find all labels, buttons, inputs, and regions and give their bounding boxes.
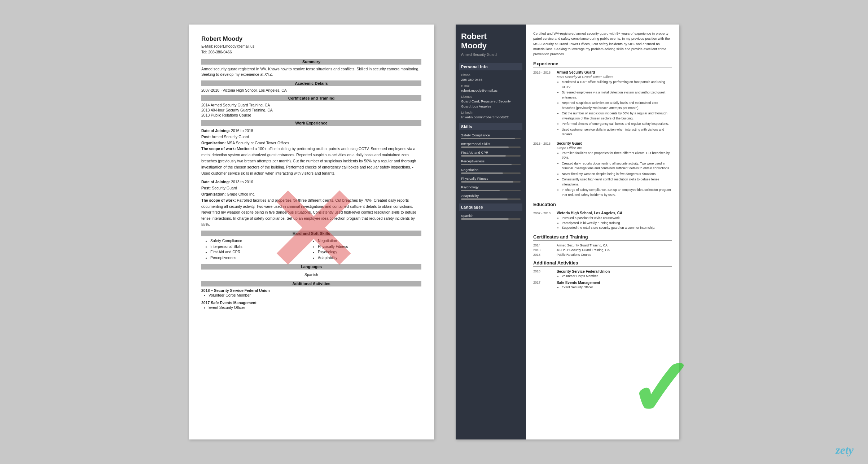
skills-header: Hard and Soft Skills bbox=[201, 231, 421, 236]
school-name: Victoria High School, Los Angeles, CA bbox=[557, 211, 655, 215]
exp-0-title: Armed Security Guard bbox=[557, 70, 672, 74]
left-email: robert.moody@email.us bbox=[214, 44, 255, 48]
edu-0: 2007 - 2010 Victoria High School, Los An… bbox=[533, 211, 672, 231]
email-label: E-Mail: bbox=[201, 44, 213, 48]
skill-0: Safety Compliance bbox=[210, 238, 314, 244]
additional-0: 2018 – Security Service Federal Union Vo… bbox=[201, 288, 421, 298]
summary-header: Summary bbox=[201, 59, 421, 65]
job-0: Date of Joining: 2016 to 2018 Post: Arme… bbox=[201, 128, 421, 176]
skill-3: Perceptiveness bbox=[210, 255, 314, 261]
add-year-0: 2018 bbox=[533, 270, 553, 278]
skill-name-0: Safety Compliance bbox=[461, 133, 521, 137]
cert-year-0: 2014 bbox=[533, 244, 553, 247]
exp-1: 2013 - 2016 Security Guard Grape Office … bbox=[533, 141, 672, 198]
skills-list: Safety Compliance Interpersonal Skills F… bbox=[201, 238, 421, 261]
phone-value: 208-380-0466 bbox=[461, 77, 521, 82]
cert-item-1: 2013 40-Hour Security Guard Training, CA bbox=[201, 108, 421, 112]
edu-0-years: 2007 - 2010 bbox=[533, 211, 553, 231]
skill-bar-bg-3 bbox=[461, 164, 521, 165]
edu-0-bullet-0: Pursued a passion for civics coursework. bbox=[562, 216, 655, 221]
skill-name-7: Adaptability bbox=[461, 194, 521, 198]
cert-name-2: Public Relations Course bbox=[557, 253, 591, 257]
skill-name-4: Negotiation bbox=[461, 168, 521, 172]
education-item: 2007-2010 · Victoria High School, Los An… bbox=[201, 88, 421, 92]
skill-bar-fill-2 bbox=[461, 155, 506, 157]
cert-r-2: 2013Public Relations Course bbox=[533, 253, 672, 257]
linkedin-value: linkedin.com/in/robert.moody22 bbox=[461, 115, 521, 119]
skill-1: Interpersonal Skills bbox=[210, 244, 314, 250]
job-0-post: Post: Armed Security Guard bbox=[201, 134, 421, 140]
add-body-1: Safe Events ManagementEvent Security Off… bbox=[557, 281, 600, 289]
lang-value: Spanish bbox=[461, 214, 521, 218]
skill-bar-bg-2 bbox=[461, 155, 521, 157]
add-bullet-0-0: Volunteer Corps Member bbox=[562, 274, 610, 278]
exp-1-bullet-4: In charge of safety compliance. Set up a… bbox=[562, 188, 672, 197]
left-name: Robert Moody bbox=[201, 35, 421, 43]
skill-bar-bg-4 bbox=[461, 172, 521, 174]
lang-header-r: Languages bbox=[459, 203, 522, 211]
cert-list: 2014 Armed Security Guard Training, CA 2… bbox=[201, 103, 421, 117]
exp-1-bullet-2: Never fired my weapon despite being in f… bbox=[562, 172, 672, 177]
exp-1-title: Security Guard bbox=[557, 141, 672, 145]
exp-0-bullet-4: Performed checks of emergency call boxes… bbox=[562, 122, 672, 127]
skill-bar-fill-1 bbox=[461, 146, 509, 148]
left-tel: 208-380-0466 bbox=[208, 50, 232, 54]
right-name: Robert Moody bbox=[461, 32, 521, 51]
skills-header-r: Skills bbox=[459, 123, 522, 130]
exp-0-bullet-0: Monitored a 100+ office building by perf… bbox=[562, 80, 672, 89]
lang-text: Spanish bbox=[201, 271, 421, 278]
skill-name-6: Psychology bbox=[461, 185, 521, 189]
cert-r-0: 2014Armed Security Guard Training, CA bbox=[533, 244, 672, 247]
exp-0-bullet-2: Reported suspicious activities on a dail… bbox=[562, 101, 672, 110]
zety-watermark: zety bbox=[836, 443, 854, 457]
work-header: Work Experience bbox=[201, 120, 421, 126]
right-resume: Robert Moody Armed Security Guard Person… bbox=[456, 25, 679, 439]
skill-bar-bg-1 bbox=[461, 146, 521, 148]
additional-header: Additional Activities bbox=[201, 281, 421, 286]
skill-name-1: Interpersonal Skills bbox=[461, 142, 521, 146]
exp-1-years: 2013 - 2016 bbox=[533, 141, 553, 198]
exp-0-org: MSA Security at Grand Tower Offices bbox=[557, 75, 672, 79]
edu-0-body: Victoria High School, Los Angeles, CA Pu… bbox=[557, 211, 655, 231]
right-title: Armed Security Guard bbox=[461, 53, 521, 57]
job-1-org: Organization: Grape Office Inc. bbox=[201, 191, 421, 197]
cert-item-0: 2014 Armed Security Guard Training, CA bbox=[201, 103, 421, 107]
edu-0-bullet-1: Participated in bi-weekly running traini… bbox=[562, 221, 655, 226]
job-1-scope: The scope of work: Patrolled facilities … bbox=[201, 197, 421, 228]
lang-header: Languages bbox=[201, 264, 421, 270]
additional-1-item-0: Event Security Officer bbox=[209, 305, 421, 311]
edu-0-bullet-2: Supported the retail store security guar… bbox=[562, 226, 655, 231]
skill-name-5: Physically Fitness bbox=[461, 176, 521, 180]
job-1: Date of Joining: 2013 to 2016 Post: Secu… bbox=[201, 179, 421, 227]
exp-0-years: 2016 - 2018 bbox=[533, 70, 553, 138]
exp-0-bullet-3: Cut the number of suspicious incidents b… bbox=[562, 111, 672, 121]
additional-1: 2017 Safe Events Management Event Securi… bbox=[201, 301, 421, 311]
academic-header: Academic Details bbox=[201, 80, 421, 86]
skills-bars: Safety ComplianceInterpersonal SkillsFir… bbox=[461, 133, 521, 200]
additional-heading-r: Additional Activities bbox=[533, 260, 672, 267]
job-1-post: Post: Security Guard bbox=[201, 185, 421, 191]
summary-right: Certified and WV-registered armed securi… bbox=[533, 31, 672, 57]
skill-name-2: First Aid and CPR bbox=[461, 150, 521, 154]
cert-year-1: 2013 bbox=[533, 248, 553, 252]
job-0-org: Organization: MSA Security at Grand Towe… bbox=[201, 140, 421, 146]
skill-4: Negotiation bbox=[318, 238, 421, 244]
main-content: Certified and WV-registered armed securi… bbox=[526, 25, 679, 439]
cert-name-1: 40-Hour Security Guard Training, CA bbox=[557, 248, 610, 252]
phone-label: Phone bbox=[461, 73, 521, 77]
exp-0-bullet-1: Screened employees via a metal detection… bbox=[562, 90, 672, 100]
additional-0-org: 2018 – Security Service Federal Union bbox=[201, 288, 421, 293]
summary-text: Armed security guard registered in WV. K… bbox=[201, 66, 421, 78]
cert-heading-r: Certificates and Training bbox=[533, 234, 672, 241]
skill-bar-fill-4 bbox=[461, 172, 503, 174]
email-label-r: E-mail bbox=[461, 84, 521, 88]
tel-label: Tel: bbox=[201, 50, 207, 54]
skill-bar-bg-0 bbox=[461, 138, 521, 139]
add-r-0: 2018Security Service Federal UnionVolunt… bbox=[533, 270, 672, 278]
personal-info-header: Personal Info bbox=[459, 63, 522, 70]
exp-0-bullet-5: Used customer service skills in action w… bbox=[562, 127, 672, 137]
job-0-scope: The scope of work: Monitored a 100+ offi… bbox=[201, 146, 421, 176]
additional-list-r: 2018Security Service Federal UnionVolunt… bbox=[533, 270, 672, 289]
add-year-1: 2017 bbox=[533, 281, 553, 289]
add-org-1: Safe Events Management bbox=[557, 281, 600, 285]
